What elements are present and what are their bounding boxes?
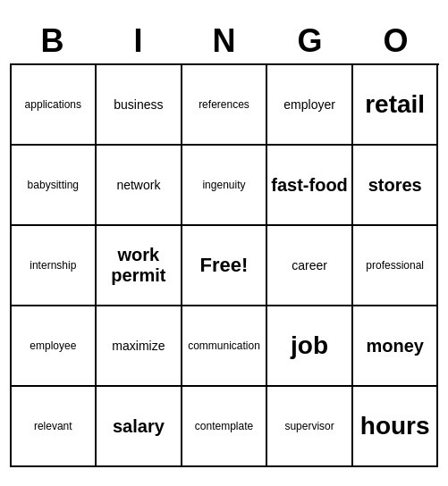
- bingo-header: BINGO: [10, 19, 439, 63]
- header-letter-n: N: [182, 19, 267, 63]
- bingo-cell-2-1: work permit: [97, 226, 182, 306]
- header-letter-b: B: [10, 19, 96, 63]
- header-letter-i: I: [96, 19, 182, 63]
- bingo-cell-0-2: references: [182, 65, 268, 146]
- bingo-cell-4-4: hours: [353, 387, 439, 467]
- bingo-row-0: applicationsbusinessreferencesemployerre…: [12, 65, 439, 146]
- bingo-cell-0-0: applications: [12, 65, 97, 146]
- bingo-cell-1-4: stores: [353, 146, 439, 226]
- bingo-cell-1-1: network: [97, 146, 182, 226]
- bingo-card: BINGO applicationsbusinessreferencesempl…: [10, 19, 439, 467]
- bingo-cell-2-4: professional: [353, 226, 439, 306]
- bingo-cell-1-0: babysitting: [12, 146, 97, 226]
- bingo-row-3: employeemaximizecommunicationjobmoney: [12, 306, 439, 387]
- bingo-cell-0-4: retail: [353, 65, 439, 146]
- bingo-cell-4-3: supervisor: [267, 387, 353, 467]
- bingo-cell-0-1: business: [97, 65, 182, 146]
- bingo-cell-2-0: internship: [12, 226, 97, 306]
- bingo-row-2: internshipwork permitFree!careerprofessi…: [12, 226, 439, 306]
- bingo-cell-3-3: job: [267, 306, 353, 387]
- bingo-row-1: babysittingnetworkingenuityfast-foodstor…: [12, 146, 439, 226]
- header-letter-g: G: [267, 19, 353, 63]
- bingo-cell-1-2: ingenuity: [182, 146, 268, 226]
- bingo-cell-3-4: money: [353, 306, 439, 387]
- bingo-cell-4-1: salary: [97, 387, 182, 467]
- header-letter-o: O: [353, 19, 439, 63]
- bingo-row-4: relevantsalarycontemplatesupervisorhours: [12, 387, 439, 467]
- bingo-cell-2-2: Free!: [182, 226, 268, 306]
- bingo-cell-3-2: communication: [182, 306, 268, 387]
- bingo-cell-3-0: employee: [12, 306, 97, 387]
- bingo-cell-1-3: fast-food: [267, 146, 353, 226]
- bingo-cell-0-3: employer: [267, 65, 353, 146]
- bingo-cell-3-1: maximize: [97, 306, 182, 387]
- bingo-cell-2-3: career: [267, 226, 353, 306]
- bingo-cell-4-2: contemplate: [182, 387, 268, 467]
- bingo-grid: applicationsbusinessreferencesemployerre…: [10, 63, 439, 467]
- bingo-cell-4-0: relevant: [12, 387, 97, 467]
